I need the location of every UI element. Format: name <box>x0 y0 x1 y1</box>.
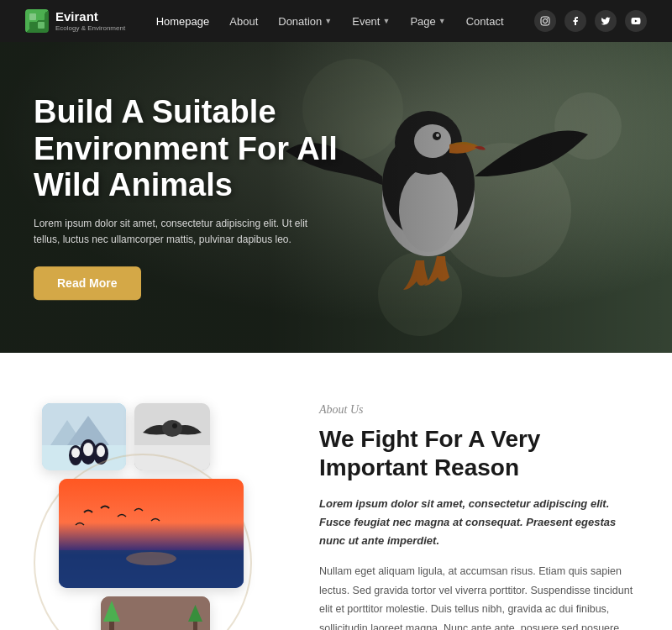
nav-item-contact[interactable]: Contact <box>466 15 504 28</box>
logo-title: Evirant <box>55 10 125 24</box>
svg-rect-0 <box>29 13 36 20</box>
hero-description: Lorem ipsum dolor sit amet, consectetur … <box>34 216 319 248</box>
logo-subtitle: Ecology & Environment <box>55 24 125 32</box>
nav-links: Homepage About Donation ▼ Event ▼ Page ▼… <box>156 15 504 28</box>
about-body-text: Nullam eget aliquam ligula, at accumsan … <box>319 562 638 630</box>
nav-item-homepage[interactable]: Homepage <box>156 15 210 28</box>
nav-item-about[interactable]: About <box>229 15 258 28</box>
dropdown-arrow-event: ▼ <box>382 17 390 25</box>
nav-item-page[interactable]: Page ▼ <box>410 15 445 28</box>
landscape-image <box>59 479 244 588</box>
hero-title: Build A Suitable Environment For All Wil… <box>34 94 353 204</box>
svg-rect-3 <box>38 22 45 29</box>
about-section: About Us We Fight For A Very Important R… <box>0 353 672 630</box>
svg-rect-1 <box>38 13 45 20</box>
hero-section: Build A Suitable Environment For All Wil… <box>0 42 672 353</box>
animals-image <box>101 596 210 630</box>
twitter-icon[interactable] <box>595 10 617 32</box>
svg-point-29 <box>71 448 80 458</box>
svg-point-5 <box>543 19 548 24</box>
svg-rect-2 <box>29 22 36 29</box>
about-label: About Us <box>319 403 638 417</box>
about-images-collage <box>34 403 286 630</box>
facebook-icon[interactable] <box>564 10 586 32</box>
svg-rect-4 <box>541 17 549 25</box>
instagram-icon[interactable] <box>534 10 556 32</box>
svg-point-33 <box>172 423 177 428</box>
youtube-icon[interactable] <box>625 10 647 32</box>
svg-point-36 <box>126 552 176 565</box>
logo[interactable]: Evirant Ecology & Environment <box>25 9 125 33</box>
social-icons <box>534 10 647 32</box>
svg-point-25 <box>83 443 93 456</box>
dropdown-arrow-donation: ▼ <box>324 17 332 25</box>
svg-point-32 <box>162 420 182 437</box>
svg-point-6 <box>547 18 549 20</box>
hero-content: Build A Suitable Environment For All Wil… <box>34 94 353 300</box>
logo-icon <box>25 9 49 33</box>
about-title: We Fight For A Very Important Reason <box>319 425 638 481</box>
read-more-button[interactable]: Read More <box>34 267 141 301</box>
navbar: Evirant Ecology & Environment Homepage A… <box>0 0 672 42</box>
about-highlight-text: Lorem ipsum dolor sit amet, consectetur … <box>319 495 638 550</box>
nav-item-event[interactable]: Event ▼ <box>352 15 390 28</box>
svg-point-27 <box>97 445 105 457</box>
logo-text: Evirant Ecology & Environment <box>55 10 125 32</box>
nav-item-donation[interactable]: Donation ▼ <box>278 15 332 28</box>
dropdown-arrow-page: ▼ <box>438 17 446 25</box>
about-text-content: About Us We Fight For A Very Important R… <box>319 403 638 630</box>
